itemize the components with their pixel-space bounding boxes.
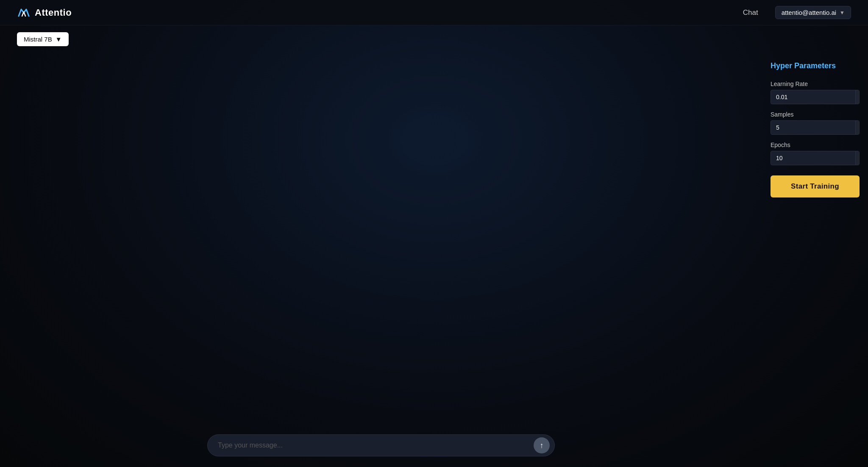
- samples-group: Samples ▲ ▼: [771, 111, 860, 135]
- learning-rate-label: Learning Rate: [771, 81, 860, 87]
- learning-rate-increment[interactable]: ▲: [856, 90, 860, 97]
- samples-decrement[interactable]: ▼: [856, 128, 860, 134]
- header-left: Attentio: [17, 6, 72, 19]
- epochs-spinner: ▲ ▼: [855, 151, 860, 165]
- user-menu[interactable]: attentio@attentio.ai ▼: [775, 6, 851, 19]
- header-right: Chat attentio@attentio.ai ▼: [743, 6, 851, 19]
- samples-increment[interactable]: ▲: [856, 121, 860, 128]
- learning-rate-input[interactable]: [771, 90, 855, 104]
- epochs-group: Epochs ▲ ▼: [771, 142, 860, 165]
- model-dropdown-icon: ▼: [56, 36, 62, 43]
- hyper-params-title: Hyper Parameters: [771, 61, 860, 70]
- send-icon: ↑: [540, 441, 544, 450]
- learning-rate-spinner: ▲ ▼: [855, 90, 860, 104]
- epochs-input[interactable]: [771, 151, 855, 165]
- sub-header: Mistral 7B ▼: [0, 25, 868, 53]
- samples-input-wrapper: ▲ ▼: [771, 120, 860, 135]
- learning-rate-group: Learning Rate ▲ ▼: [771, 81, 860, 104]
- logo-text: Attentio: [35, 7, 72, 18]
- message-input[interactable]: [207, 434, 555, 456]
- epochs-input-wrapper: ▲ ▼: [771, 151, 860, 165]
- chat-area: ↑: [0, 53, 762, 467]
- epochs-increment[interactable]: ▲: [856, 151, 860, 158]
- learning-rate-decrement[interactable]: ▼: [856, 97, 860, 104]
- message-input-container: ↑: [17, 434, 745, 456]
- epochs-label: Epochs: [771, 142, 860, 148]
- logo-icon: [17, 6, 31, 19]
- start-training-button[interactable]: Start Training: [771, 175, 860, 197]
- model-selector-button[interactable]: Mistral 7B ▼: [17, 32, 69, 46]
- header: Attentio Chat attentio@attentio.ai ▼: [0, 0, 868, 25]
- right-sidebar: Hyper Parameters Learning Rate ▲ ▼ Sampl…: [762, 53, 868, 467]
- send-button[interactable]: ↑: [534, 437, 550, 453]
- user-email: attentio@attentio.ai: [782, 9, 836, 16]
- main-content: ↑ Hyper Parameters Learning Rate ▲ ▼ Sam…: [0, 53, 868, 467]
- model-selector-label: Mistral 7B: [24, 36, 52, 43]
- message-input-wrapper: ↑: [207, 434, 555, 456]
- nav-chat-link[interactable]: Chat: [743, 8, 758, 17]
- learning-rate-input-wrapper: ▲ ▼: [771, 90, 860, 104]
- user-dropdown-icon: ▼: [840, 10, 845, 16]
- logo: Attentio: [17, 6, 72, 19]
- epochs-decrement[interactable]: ▼: [856, 158, 860, 165]
- samples-spinner: ▲ ▼: [855, 121, 860, 134]
- samples-input[interactable]: [771, 121, 855, 134]
- samples-label: Samples: [771, 111, 860, 118]
